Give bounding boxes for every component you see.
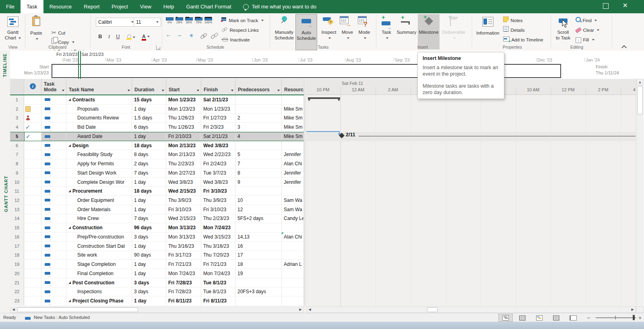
tab-report[interactable]: Report xyxy=(78,0,105,13)
finish-cell[interactable]: Sat 2/11/23 xyxy=(201,95,235,104)
window-restore-button[interactable] xyxy=(603,3,609,9)
predecessors-cell[interactable]: 5FS+2 days xyxy=(235,214,282,223)
predecessors-cell[interactable] xyxy=(235,141,282,150)
start-cell[interactable]: Mon 2/27/23 xyxy=(166,169,201,177)
duration-cell[interactable]: 1 day xyxy=(132,196,166,205)
duration-cell[interactable]: 1 day xyxy=(132,242,166,251)
finish-cell[interactable]: Thu 3/9/23 xyxy=(201,196,235,205)
font-size-select[interactable]: 11 xyxy=(134,18,161,27)
row-number-cell[interactable]: 5 xyxy=(10,132,24,141)
start-cell[interactable]: Mon 3/13/23 xyxy=(166,223,201,232)
table-row[interactable]: 19Stage Completion1 dayFri 7/21/23Fri 7/… xyxy=(10,260,304,269)
font-dialog-launcher[interactable] xyxy=(156,45,161,50)
table-row[interactable]: 11Procurement18 daysWed 2/15/23Fri 3/10/… xyxy=(10,187,304,196)
indicators-cell[interactable] xyxy=(24,105,41,113)
zoom-out-button[interactable]: − xyxy=(587,315,590,321)
task-mode-cell[interactable] xyxy=(41,278,66,287)
predecessors-cell[interactable] xyxy=(235,296,282,305)
start-cell[interactable]: Thu 2/23/23 xyxy=(166,159,201,168)
resource-cell[interactable]: Mike Sm xyxy=(282,105,304,113)
gantt-chart-view-button[interactable]: GanttChart xyxy=(2,14,23,49)
resource-cell[interactable]: Sam Wa xyxy=(282,196,304,205)
duration-cell[interactable]: 96 days xyxy=(132,223,166,232)
row-number-cell[interactable]: 11 xyxy=(10,187,24,195)
predecessors-cell[interactable]: 9 xyxy=(235,178,282,187)
start-cell[interactable]: Mon 1/23/23 xyxy=(166,105,201,113)
task-mode-cell[interactable] xyxy=(41,288,66,296)
resource-cell[interactable]: Mike Sm xyxy=(282,132,304,141)
finish-cell[interactable]: Fri 2/24/23 xyxy=(201,159,235,168)
vertical-scroll-thumb[interactable] xyxy=(637,86,643,114)
duration-cell[interactable]: 3 days xyxy=(132,278,166,287)
predecessors-cell[interactable] xyxy=(235,223,282,232)
duration-cell[interactable]: 90 days xyxy=(132,251,166,260)
start-cell[interactable]: Fri 7/21/23 xyxy=(166,260,201,269)
duration-cell[interactable]: 8 days xyxy=(132,150,166,159)
indicators-cell[interactable] xyxy=(24,296,41,305)
duration-cell[interactable]: 6 days xyxy=(132,123,166,132)
indicators-cell[interactable] xyxy=(24,232,41,241)
table-row[interactable]: 22Inspections3 daysFri 7/28/23Tue 8/1/23… xyxy=(10,288,304,297)
unlink-tasks-button[interactable] xyxy=(211,33,217,40)
indicators-cell[interactable] xyxy=(24,169,41,177)
indicators-cell[interactable] xyxy=(24,178,41,187)
table-row[interactable]: 10Complete Design Wor1 dayWed 3/8/23Wed … xyxy=(10,178,304,187)
duration-cell[interactable]: 18 days xyxy=(132,141,166,150)
duration-cell[interactable]: 3 days xyxy=(132,232,166,241)
task-mode-cell[interactable] xyxy=(41,269,66,278)
report-view-button[interactable] xyxy=(566,314,580,322)
gantt-scroll-thumb[interactable] xyxy=(427,307,438,312)
percent-75-button[interactable]: 75% xyxy=(195,17,204,25)
finish-cell[interactable]: Tue 3/7/23 xyxy=(201,169,235,177)
insert-task-button[interactable]: + Task xyxy=(378,14,395,49)
column-header-duration[interactable]: Duration xyxy=(132,79,166,95)
table-row[interactable]: 23Project Closing Phase1 dayFri 8/11/23F… xyxy=(10,296,304,306)
predecessors-cell[interactable]: 5 xyxy=(235,150,282,159)
task-usage-view-button[interactable] xyxy=(515,314,530,322)
row-number-cell[interactable]: 9 xyxy=(10,169,24,177)
task-name-cell[interactable]: Construction Start Dat xyxy=(66,242,132,251)
task-name-cell[interactable]: Apply for Permits xyxy=(66,159,132,168)
row-number-cell[interactable]: 4 xyxy=(10,123,24,132)
percent-25-button[interactable]: 25% xyxy=(175,17,184,25)
task-mode-cell[interactable] xyxy=(41,132,66,141)
mode-button[interactable]: ? Mode xyxy=(356,14,372,49)
indicators-cell[interactable]: ✓ xyxy=(24,123,41,132)
task-mode-cell[interactable] xyxy=(41,113,66,122)
start-cell[interactable]: Thu 3/16/23 xyxy=(166,242,201,251)
move-button[interactable]: → Move xyxy=(339,14,355,49)
resource-cell[interactable]: Adrian L xyxy=(282,260,304,269)
task-mode-cell[interactable] xyxy=(41,123,66,132)
task-mode-cell[interactable] xyxy=(41,260,66,269)
duration-cell[interactable]: 1 day xyxy=(132,105,166,113)
summary-bar-contracts[interactable] xyxy=(308,97,340,99)
row-number-cell[interactable]: 21 xyxy=(10,278,24,287)
zoom-in-button[interactable]: + xyxy=(638,315,642,321)
predecessors-cell[interactable]: 3 xyxy=(235,123,282,132)
column-header-predecessors[interactable]: Predecessors xyxy=(235,79,282,95)
finish-cell[interactable]: Thu 2/23/23 xyxy=(201,214,235,223)
notes-button[interactable]: Notes xyxy=(503,16,523,24)
predecessors-cell[interactable]: 19 xyxy=(235,269,282,278)
indicators-cell[interactable] xyxy=(24,260,41,269)
task-name-cell[interactable]: Bid Date xyxy=(66,123,132,132)
resource-cell[interactable]: Jennifer xyxy=(282,178,304,187)
finish-cell[interactable]: Fri 2/3/23 xyxy=(201,123,235,132)
duration-cell[interactable]: 7 days xyxy=(132,214,166,223)
select-all-corner[interactable] xyxy=(10,79,24,95)
row-number-cell[interactable]: 18 xyxy=(10,251,24,260)
start-cell[interactable]: Wed 3/8/23 xyxy=(166,178,201,187)
start-cell[interactable]: Thu 1/26/23 xyxy=(166,123,201,132)
predecessors-cell[interactable]: 14,13 xyxy=(235,232,282,241)
duration-cell[interactable]: 2 days xyxy=(132,159,166,168)
task-name-cell[interactable]: Final Completion xyxy=(66,269,132,278)
table-row[interactable]: 20Final Completion1 dayMon 7/24/23Mon 7/… xyxy=(10,269,304,278)
row-number-cell[interactable]: 14 xyxy=(10,214,24,223)
predecessors-cell[interactable]: 12 xyxy=(235,205,282,214)
task-name-cell[interactable]: Documents Review xyxy=(66,113,132,122)
duration-cell[interactable]: 18 days xyxy=(132,187,166,195)
table-row[interactable]: 16Prep/Pre-construction3 daysMon 3/13/23… xyxy=(10,232,304,242)
row-number-cell[interactable]: 22 xyxy=(10,288,24,296)
row-number-cell[interactable]: 19 xyxy=(10,260,24,269)
finish-cell[interactable]: Mon 7/24/23 xyxy=(201,269,235,278)
